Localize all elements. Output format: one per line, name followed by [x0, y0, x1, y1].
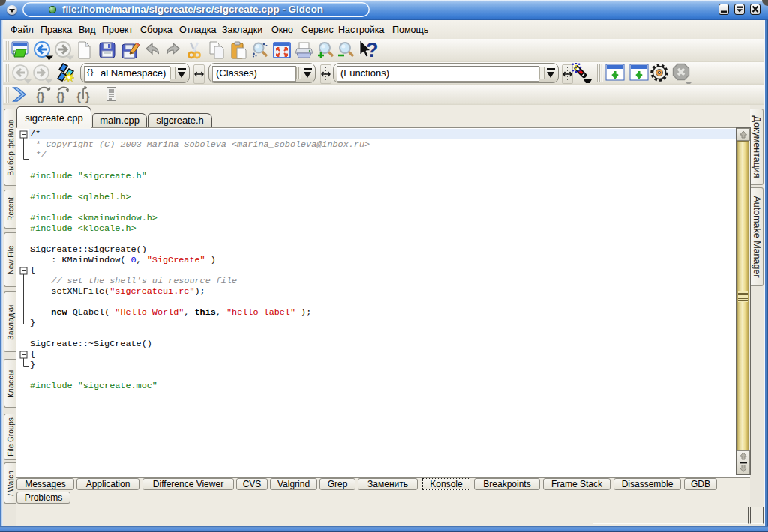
svg-text:{}: {} [56, 90, 65, 103]
svg-text:}: } [86, 90, 90, 103]
svg-text:{: { [76, 90, 81, 103]
svg-text:{}: {} [36, 90, 45, 103]
